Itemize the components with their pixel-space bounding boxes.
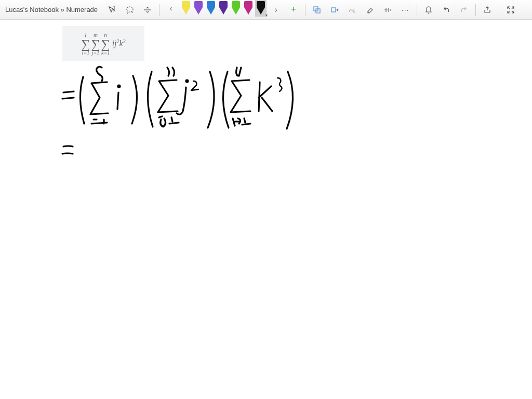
pen-tip-icon <box>257 7 265 15</box>
pen-body-icon <box>194 1 203 7</box>
svg-point-7 <box>186 80 188 82</box>
pen-yellow[interactable] <box>180 0 192 17</box>
pen-tip-icon <box>232 7 240 15</box>
undo-button[interactable] <box>438 2 455 18</box>
prev-pen-button[interactable]: ‹ <box>163 0 179 17</box>
eraser-tool[interactable] <box>362 2 378 18</box>
pen-body-icon <box>219 1 228 7</box>
svg-rect-4 <box>331 8 336 12</box>
svg-point-6 <box>118 85 120 87</box>
toolbar: Lucas's Notebook » Numerade + ‹▾ › + <box>0 0 532 20</box>
pen-body-icon <box>182 1 190 7</box>
lasso-tool[interactable]: + <box>122 2 138 18</box>
more-button[interactable]: ··· <box>397 2 414 18</box>
pen-body-icon <box>244 1 252 7</box>
pen-body-icon <box>207 1 215 7</box>
math-tool[interactable] <box>379 2 396 18</box>
breadcrumb: Lucas's Notebook » Numerade <box>2 6 103 14</box>
pen-tip-icon <box>219 7 228 15</box>
chevron-down-icon: ▾ <box>265 13 268 18</box>
pen-tip-icon <box>207 7 215 15</box>
ink-to-text-tool[interactable]: a <box>344 2 361 18</box>
add-pen-button[interactable]: + <box>285 2 302 18</box>
pen-black[interactable]: ▾ <box>255 0 267 17</box>
chevron-right-icon: › <box>274 5 277 15</box>
pen-tip-icon <box>194 7 203 15</box>
plus-icon: + <box>291 4 297 15</box>
more-icon: ··· <box>402 6 409 14</box>
text-cursor-tool[interactable] <box>104 2 121 18</box>
shape-convert-tool[interactable] <box>326 2 343 18</box>
notifications-button[interactable] <box>420 2 437 18</box>
collapse-button[interactable] <box>502 2 519 18</box>
redo-button[interactable] <box>456 2 472 18</box>
shape-overlap-tool[interactable] <box>309 2 325 18</box>
split-tool[interactable] <box>139 2 156 18</box>
divider <box>475 4 476 16</box>
divider <box>417 4 417 16</box>
pen-magenta[interactable] <box>243 0 254 17</box>
pen-blue[interactable] <box>205 0 217 17</box>
divider <box>499 4 499 16</box>
canvas[interactable]: l ∑ i=1 m ∑ j=1 n ∑ k=1 ij2k3 <box>0 20 532 399</box>
divider <box>305 4 305 16</box>
pen-group: ‹▾ <box>163 0 267 20</box>
pen-purple[interactable] <box>193 0 204 17</box>
pen-green[interactable] <box>230 0 242 17</box>
pen-tip-icon <box>182 7 190 15</box>
pen-tip-icon <box>244 7 252 15</box>
divider <box>159 4 159 16</box>
pen-darkpurple[interactable] <box>218 0 229 17</box>
next-pen-button[interactable]: › <box>268 2 284 18</box>
pen-body-icon <box>257 1 265 7</box>
svg-text:+: + <box>131 10 134 15</box>
pen-body-icon <box>232 1 240 7</box>
svg-text:a: a <box>353 10 355 14</box>
chevron-left-icon: ‹ <box>169 4 172 13</box>
share-button[interactable] <box>479 2 496 18</box>
ink-layer <box>0 20 532 399</box>
